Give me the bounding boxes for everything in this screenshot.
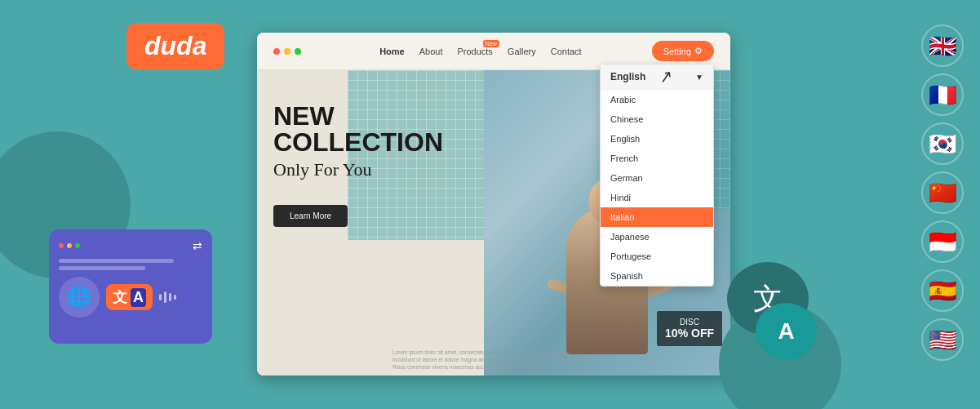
sound-wave-icon <box>159 291 176 303</box>
window-dots <box>273 48 301 55</box>
flag-usa[interactable]: 🇺🇸 <box>921 318 964 361</box>
duda-logo: duda <box>126 23 224 69</box>
widget-arrows-icon: ⇄ <box>193 239 202 252</box>
discount-badge: DISC 10% OFF <box>657 311 722 346</box>
hero-left: NEW COLLECTION Only For You Learn More <box>257 70 484 376</box>
left-widget: ⇄ 🌐 文 A <box>49 229 212 344</box>
widget-top-bar: ⇄ <box>59 239 202 252</box>
translate-badge: 文 A <box>106 284 153 310</box>
lang-hindi[interactable]: Hindi <box>601 188 713 207</box>
setting-button[interactable]: Setting ⚙ <box>652 41 714 61</box>
lang-japanese[interactable]: Japanese <box>601 227 713 247</box>
lang-arabic[interactable]: Arabic <box>601 90 713 109</box>
nav-about[interactable]: About <box>419 47 443 56</box>
dot-yellow <box>284 48 290 55</box>
nav-products[interactable]: Products New <box>457 47 492 56</box>
flag-spain[interactable]: 🇪🇸 <box>921 269 964 312</box>
hero-subtitle: Only For You <box>273 159 468 180</box>
widget-line-2 <box>59 266 145 270</box>
flag-china[interactable]: 🇨🇳 <box>921 171 964 214</box>
dropdown-header[interactable]: English ▼ <box>601 64 713 90</box>
lang-english[interactable]: English <box>601 129 713 149</box>
nav-gallery[interactable]: Gallery <box>508 47 536 56</box>
flag-indonesia[interactable]: 🇮🇩 <box>921 220 964 263</box>
translate-a-icon: A <box>778 318 794 345</box>
gear-icon: ⚙ <box>694 46 703 56</box>
dot-red <box>273 48 280 55</box>
w-dot-red <box>59 243 64 248</box>
learn-more-button[interactable]: Learn More <box>273 205 348 227</box>
lang-italian[interactable]: Italian <box>601 207 713 227</box>
flag-korea[interactable]: 🇰🇷 <box>921 122 964 165</box>
globe-icon: 🌐 <box>59 277 100 318</box>
hero-title: NEW COLLECTION <box>273 103 468 155</box>
widget-icons-row: 🌐 文 A <box>59 277 202 318</box>
lang-portugese[interactable]: Portugese <box>601 247 713 266</box>
language-dropdown[interactable]: English ▼ Arabic Chinese English French … <box>600 64 714 287</box>
dot-green <box>295 48 301 55</box>
nav-contact[interactable]: Contact <box>551 47 582 56</box>
w-dot-green <box>75 243 80 248</box>
flag-france[interactable]: 🇫🇷 <box>921 73 964 116</box>
bubble-secondary: A <box>756 303 817 360</box>
translate-icon-a: 文 <box>113 287 127 307</box>
widget-line-1 <box>59 259 174 263</box>
products-badge: New <box>483 40 499 47</box>
lang-chinese[interactable]: Chinese <box>601 109 713 129</box>
flag-uk[interactable]: 🇬🇧 <box>921 24 964 67</box>
translate-icon-b: A <box>131 288 146 307</box>
lang-french[interactable]: French <box>601 149 713 168</box>
nav-home[interactable]: Home <box>379 47 405 56</box>
lang-spanish[interactable]: Spanish <box>601 266 713 286</box>
nav-links: Home About Products New Gallery Contact <box>379 47 582 56</box>
w-dot-yellow <box>67 243 72 248</box>
translate-bubble: 文 A <box>727 262 821 356</box>
dropdown-arrow-icon: ▼ <box>695 73 703 82</box>
browser-window: Home About Products New Gallery Contact … <box>257 33 730 376</box>
lang-german[interactable]: German <box>601 168 713 188</box>
flags-column: 🇬🇧 🇫🇷 🇰🇷 🇨🇳 🇮🇩 🇪🇸 🇺🇸 <box>921 24 964 361</box>
